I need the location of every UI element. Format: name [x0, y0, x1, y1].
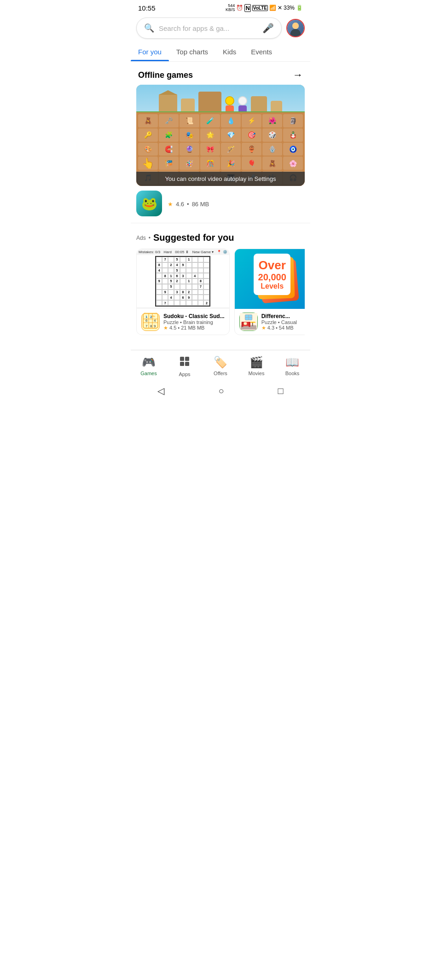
apps-icon — [179, 356, 190, 370]
svg-rect-20 — [242, 321, 244, 327]
svg-rect-29 — [180, 357, 184, 361]
ads-label: Ads — [136, 235, 146, 241]
apps-label: Apps — [179, 371, 190, 377]
sudoku-card-info: 1 2 6 4 7 8 9 ✏ — [137, 309, 229, 335]
separator: • — [187, 201, 189, 208]
wifi-icon: 📶 — [269, 5, 276, 11]
sudoku-app-details: Sudoku - Classic Sud... Puzzle • Brain t… — [163, 313, 225, 331]
suggested-title: Suggested for you — [153, 232, 234, 243]
app-info-row: 🐸 ★ 4.6 • 86 MB — [131, 186, 310, 221]
offers-label: Offers — [214, 371, 227, 376]
app-size: 86 MB — [192, 201, 209, 208]
bottom-nav: 🎮 Games Apps 🏷️ Offers 🎬 Movies 📖 Books — [131, 350, 310, 381]
sudoku-star-icon: ★ — [163, 325, 168, 331]
difference-size: 54 — [279, 325, 284, 331]
difference-app-name: Differenc... — [261, 313, 305, 319]
svg-point-2 — [292, 23, 299, 29]
microphone-icon[interactable]: 🎤 — [262, 23, 274, 34]
back-button[interactable]: ◁ — [157, 385, 164, 396]
svg-rect-31 — [180, 362, 184, 366]
nav-games[interactable]: 🎮 Games — [131, 354, 167, 379]
sudoku-app-meta: ★ 4.5 • 21 MB MB — [163, 325, 225, 331]
avatar-image — [287, 20, 304, 36]
tab-kids[interactable]: Kids — [215, 42, 244, 61]
navigation-tabs: For you Top charts Kids Events — [131, 42, 310, 62]
difference-app-icon — [239, 313, 258, 331]
app-icon-junes-journey: 🐸 — [136, 191, 162, 216]
nav-offers[interactable]: 🏷️ Offers — [203, 354, 238, 379]
game-banner[interactable]: 🧸 🗝️ 📜 🧪 💧 ⚡ 🌺 🗿 🔑 🧩 🎭 🌟 💎 🎯 🎲 🪆 🎨 🧲 🔮 — [136, 85, 305, 186]
svg-rect-32 — [185, 362, 189, 366]
difference-app-details: Differenc... Puzzle • Casual ★ 4.3 • 54 … — [261, 313, 305, 331]
books-label: Books — [285, 371, 300, 376]
app-rating: 4.6 — [176, 201, 184, 208]
svg-text:4: 4 — [154, 319, 156, 323]
difference-app-meta: ★ 4.3 • 54 MB — [261, 325, 305, 331]
divider — [131, 223, 310, 223]
network-speed-icon: 544KB/S — [226, 4, 235, 12]
spacer — [131, 341, 310, 350]
difference-card-info: Differenc... Puzzle • Casual ★ 4.3 • 54 … — [235, 309, 305, 335]
difference-app-genre: Puzzle • Casual — [261, 319, 305, 325]
ads-header: Ads • Suggested for you — [136, 232, 305, 243]
battery-icon: 🔋 — [296, 5, 303, 11]
app-details: ★ 4.6 • 86 MB — [168, 200, 305, 208]
difference-screenshot: Over 20,000 Levels — [235, 249, 305, 309]
sudoku-app-name: Sudoku - Classic Sud... — [163, 313, 225, 319]
svg-rect-30 — [185, 357, 189, 361]
svg-rect-22 — [252, 323, 253, 326]
nfc-icon: N — [244, 4, 250, 12]
svg-text:7: 7 — [145, 324, 148, 328]
status-time: 10:55 — [138, 4, 156, 12]
nav-apps[interactable]: Apps — [167, 354, 203, 379]
offline-games-arrow[interactable]: → — [293, 69, 303, 81]
books-icon: 📖 — [285, 356, 299, 369]
tab-events[interactable]: Events — [244, 42, 279, 61]
suggested-apps-row: Mistakes: 0/3 Hard 00:05 ⏸ New Game ▾ 📍 … — [136, 249, 305, 337]
offers-icon: 🏷️ — [214, 356, 227, 369]
battery-percent: 33% — [284, 5, 295, 11]
alarm-icon: ⏰ — [236, 5, 243, 11]
signal-icon: ✕ — [278, 5, 282, 11]
banner-image: 🧸 🗝️ 📜 🧪 💧 ⚡ 🌺 🗿 🔑 🧩 🎭 🌟 💎 🎯 🎲 🪆 🎨 🧲 🔮 — [136, 85, 305, 186]
sudoku-rating: 4.5 — [169, 325, 176, 331]
tab-for-you[interactable]: For you — [131, 42, 169, 61]
difference-rating: 4.3 — [267, 325, 274, 331]
main-content: Offline games → — [131, 62, 310, 350]
sudoku-size: 21 MB — [181, 325, 196, 331]
sudoku-app-icon: 1 2 6 4 7 8 9 ✏ — [141, 313, 160, 331]
app-card-difference[interactable]: Over 20,000 Levels — [234, 249, 305, 335]
nav-movies[interactable]: 🎬 Movies — [238, 354, 274, 379]
ads-bullet: • — [149, 235, 151, 241]
svg-text:9: 9 — [154, 324, 156, 328]
svg-rect-24 — [244, 322, 247, 325]
movies-label: Movies — [249, 371, 265, 376]
movies-icon: 🎬 — [250, 356, 263, 369]
home-button[interactable]: ○ — [218, 386, 224, 396]
search-bar[interactable]: 🔍 Search for apps & ga... 🎤 — [136, 17, 282, 39]
recents-button[interactable]: □ — [278, 386, 283, 396]
svg-text:8: 8 — [150, 324, 152, 328]
sudoku-app-genre: Puzzle • Brain training — [163, 319, 225, 325]
search-icon: 🔍 — [144, 23, 154, 33]
system-nav-bar: ◁ ○ □ — [131, 381, 310, 400]
search-input[interactable]: Search for apps & ga... — [159, 24, 258, 32]
offline-games-header: Offline games → — [131, 62, 310, 85]
user-avatar[interactable] — [286, 19, 305, 37]
star-icon: ★ — [168, 201, 173, 208]
status-icons: 544KB/S ⏰ N VoLTE 📶 ✕ 33% 🔋 — [226, 4, 303, 12]
difference-star-icon: ★ — [261, 325, 266, 331]
tab-top-charts[interactable]: Top charts — [169, 42, 215, 61]
svg-text:✏: ✏ — [151, 314, 156, 319]
svg-rect-21 — [249, 321, 250, 327]
offline-games-title: Offline games — [138, 70, 193, 80]
sudoku-screenshot: Mistakes: 0/3 Hard 00:05 ⏸ New Game ▾ 📍 … — [137, 249, 229, 309]
app-card-sudoku[interactable]: Mistakes: 0/3 Hard 00:05 ⏸ New Game ▾ 📍 … — [136, 249, 230, 335]
nav-books[interactable]: 📖 Books — [274, 354, 310, 379]
svg-text:6: 6 — [145, 319, 148, 323]
search-container: 🔍 Search for apps & ga... 🎤 — [131, 14, 310, 42]
status-bar: 10:55 544KB/S ⏰ N VoLTE 📶 ✕ 33% 🔋 — [131, 0, 310, 14]
suggested-section: Ads • Suggested for you Mistakes: 0/3 Ha… — [131, 225, 310, 341]
games-icon: 🎮 — [142, 356, 156, 369]
video-autoplay-tooltip: You can control video autoplay in Settin… — [136, 172, 305, 186]
